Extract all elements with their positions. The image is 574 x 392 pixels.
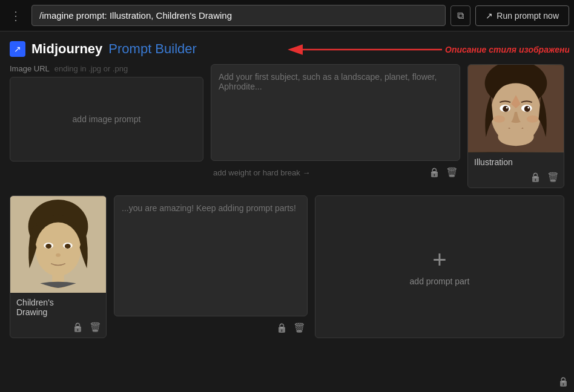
image-url-card: Image URL ending in .jpg or .png add ima… <box>10 64 203 188</box>
svg-point-23 <box>56 253 61 257</box>
copy-button[interactable]: ⧉ <box>450 5 470 26</box>
subject-textarea[interactable] <box>211 64 460 161</box>
subject-lock-icon[interactable] <box>429 167 440 178</box>
svg-point-18 <box>35 222 81 276</box>
run-prompt-button[interactable]: ↗ Run prompt now <box>475 5 569 26</box>
children-drawing-image <box>10 196 106 293</box>
add-prompt-lock-icon[interactable] <box>558 376 569 387</box>
children-drawing-label: Children's Drawing <box>10 293 106 319</box>
illustration-lock-icon[interactable] <box>530 172 541 183</box>
illustration-footer <box>468 169 564 188</box>
svg-point-12 <box>527 116 539 123</box>
illustration-image <box>468 65 564 152</box>
add-weight-label: add weight or hard break → <box>213 168 310 177</box>
svg-point-8 <box>524 106 530 112</box>
children-drawing-card: Children's Drawing <box>10 195 107 338</box>
bottom-row: Children's Drawing + add prompt part <box>10 195 564 338</box>
text-prompt-footer <box>114 319 308 335</box>
text-prompt-trash-icon[interactable] <box>294 322 305 333</box>
svg-point-14 <box>498 128 533 146</box>
app-header: ↗ Midjourney Prompt Builder <box>0 31 574 64</box>
text-prompt-lock-icon[interactable] <box>276 322 288 333</box>
svg-point-9 <box>506 107 508 109</box>
add-prompt-part-card[interactable]: + add prompt part <box>315 195 564 338</box>
image-drop-area[interactable]: add image prompt <box>10 77 203 162</box>
subject-card-footer: add weight or hard break → <box>211 163 460 179</box>
children-trash-icon[interactable] <box>90 322 101 333</box>
add-image-prompt-label: add image prompt <box>73 114 141 124</box>
app-title-prompt-builder: Prompt Builder <box>108 41 197 57</box>
image-url-label-row: Image URL ending in .jpg or .png <box>10 64 203 73</box>
children-lock-icon[interactable] <box>72 322 84 333</box>
svg-point-10 <box>527 107 529 109</box>
add-plus-icon: + <box>432 247 446 272</box>
run-icon: ↗ <box>486 11 493 21</box>
text-prompt-card <box>114 195 308 338</box>
prompt-input[interactable] <box>31 5 446 26</box>
run-btn-label: Run prompt now <box>496 11 559 21</box>
image-url-hint: ending in .jpg or .png <box>54 64 128 73</box>
image-url-text: Image URL <box>10 64 50 73</box>
copy-icon: ⧉ <box>457 10 464 21</box>
app-logo-icon: ↗ <box>10 41 25 57</box>
top-row: Image URL ending in .jpg or .png add ima… <box>10 64 564 188</box>
menu-icon[interactable]: ⋮ <box>5 6 27 25</box>
app-title-midjourney: Midjourney <box>31 41 102 57</box>
add-prompt-label: add prompt part <box>410 276 470 286</box>
svg-point-11 <box>493 116 505 123</box>
main-content: Image URL ending in .jpg or .png add ima… <box>0 64 574 348</box>
children-drawing-footer <box>10 319 106 338</box>
svg-point-7 <box>503 106 509 112</box>
svg-point-21 <box>45 244 51 249</box>
illustration-label: Illustration <box>468 152 564 169</box>
svg-point-22 <box>65 244 71 249</box>
subject-card: add weight or hard break → <box>211 64 460 188</box>
subject-footer-icons <box>429 167 458 178</box>
subject-trash-icon[interactable] <box>446 167 458 178</box>
text-prompt-textarea[interactable] <box>114 195 308 316</box>
top-bar: ⋮ ⧉ ↗ Run prompt now <box>0 0 574 31</box>
illustration-trash-icon[interactable] <box>547 172 559 183</box>
text-prompt-footer-icons <box>276 322 305 333</box>
illustration-style-card: Illustration <box>467 64 564 188</box>
